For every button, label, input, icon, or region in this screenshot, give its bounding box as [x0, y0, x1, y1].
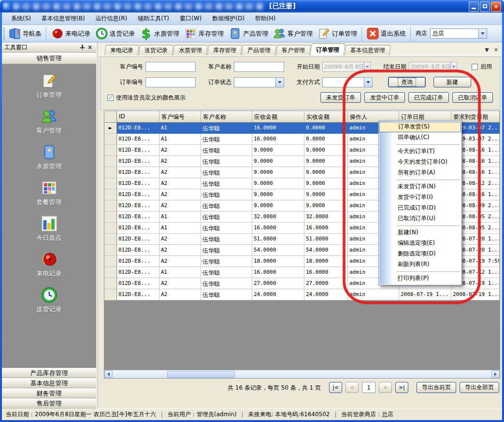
scrollbar-thumb[interactable] — [167, 371, 235, 378]
toolbar-button-call-record[interactable]: 来电记录 — [48, 26, 93, 42]
context-menu-item[interactable]: 新建(N) — [379, 227, 461, 238]
sidebar-close-icon[interactable]: × — [86, 43, 94, 51]
sidebar-group-财务管理[interactable]: 财务管理 — [2, 388, 96, 398]
context-menu-item[interactable]: 所有的订单(A) — [379, 168, 461, 178]
tab-close-icon[interactable]: ✕ — [494, 47, 498, 53]
toolbar-button-customer[interactable]: 客户管理 — [271, 26, 315, 42]
tab-scroll-down-icon[interactable]: ▼ — [485, 47, 489, 53]
row-selector[interactable]: ► — [104, 123, 117, 134]
export-current-page-button[interactable]: 导出当前页 — [417, 382, 456, 393]
menubar-item-4[interactable]: 窗口(W) — [174, 13, 207, 25]
context-menu-item[interactable]: 今天的发货订单(O) — [379, 157, 461, 168]
sidebar-item-来电记录[interactable]: 来电记录 — [37, 251, 62, 278]
row-selector[interactable] — [104, 234, 117, 245]
start-date-picker[interactable]: 2009年 6月 8日 — [322, 62, 371, 72]
toolbar-button-water-ticket[interactable]: $水票管理 — [137, 26, 182, 42]
toolbar-button-order[interactable]: 订单管理 — [315, 26, 360, 42]
sidebar-item-客户管理[interactable]: 客户管理 — [37, 108, 62, 135]
tab-客户管理[interactable]: 客户管理 — [276, 45, 311, 55]
sidebar-item-套餐管理[interactable]: 套餐管理 — [37, 179, 62, 207]
menubar-item-2[interactable]: 运行信息(R) — [90, 13, 133, 25]
tab-基本信息管理[interactable]: 基本信息管理 — [345, 45, 391, 55]
context-menu-item[interactable]: 编辑选定项(E) — [379, 238, 461, 249]
export-all-pages-button[interactable]: 导出全部页 — [460, 382, 499, 393]
row-selector[interactable] — [104, 178, 117, 189]
context-menu-item[interactable]: 今天的订单(T) — [379, 146, 461, 157]
tab-产品管理[interactable]: 产品管理 — [242, 45, 276, 55]
next-page-button[interactable]: > — [379, 382, 392, 393]
end-date-picker[interactable]: 2009年 6月 8日 — [409, 62, 457, 72]
menubar-item-1[interactable]: 基本信息管理(B) — [36, 13, 90, 25]
shop-select[interactable]: 总店 — [430, 28, 487, 39]
order-code-input[interactable] — [145, 77, 196, 87]
row-selector[interactable] — [104, 134, 117, 145]
column-header-ID[interactable]: ID — [117, 111, 159, 123]
column-header-客户名称[interactable]: 客户名称 — [201, 111, 252, 123]
menubar-item-0[interactable]: 系统(S) — [6, 13, 36, 25]
context-menu-item[interactable]: 发货中订单(I) — [379, 192, 461, 203]
row-selector[interactable] — [104, 189, 117, 200]
order-status-select[interactable] — [234, 77, 284, 87]
scroll-right-icon[interactable] — [491, 370, 500, 378]
scroll-left-icon[interactable] — [104, 370, 113, 378]
sidebar-group-基本信息管理[interactable]: 基本信息管理 — [2, 378, 96, 388]
status-filter-button-发货中订单[interactable]: 发货中订单 — [364, 92, 405, 103]
chevron-down-icon[interactable] — [275, 78, 284, 87]
tab-订单管理[interactable]: 订单管理 — [310, 43, 346, 56]
column-header-实收金额[interactable]: 实收金额 — [304, 111, 348, 123]
toolbar-grip[interactable] — [3, 28, 5, 40]
tab-来电记录[interactable]: 来电记录 — [104, 45, 139, 55]
context-menu-item[interactable]: 订单发货(S) — [379, 122, 461, 132]
row-selector[interactable] — [104, 267, 117, 278]
tab-送货记录[interactable]: 送货记录 — [139, 45, 173, 55]
context-menu-item[interactable]: 已取消订单(U) — [379, 213, 461, 224]
status-filter-button-未发货订单[interactable]: 未发货订单 — [320, 92, 361, 103]
row-selector[interactable] — [104, 167, 117, 178]
sidebar-group-产品库存管理[interactable]: 产品库存管理 — [2, 368, 96, 378]
new-button[interactable]: 新建 — [433, 77, 471, 87]
sidebar-item-今日盘点[interactable]: 今日盘点 — [37, 215, 62, 242]
row-selector[interactable] — [104, 278, 117, 289]
table-row[interactable]: 012D-E8...A2伍华聪24.000024.0000admin2008-0… — [104, 289, 500, 300]
row-selector[interactable] — [104, 289, 117, 300]
menubar-item-3[interactable]: 辅助工具(T) — [132, 13, 174, 25]
page-number-input[interactable]: 1 — [362, 382, 375, 393]
context-menu-item[interactable]: 未发货订单(N) — [379, 182, 461, 192]
customer-name-input[interactable] — [234, 62, 284, 72]
first-page-button[interactable]: |< — [329, 382, 342, 393]
context-menu-item[interactable]: 回单确认(C) — [379, 132, 461, 143]
query-button[interactable]: 查询 — [388, 77, 426, 87]
color-checkbox[interactable]: ✓ — [107, 95, 114, 101]
tab-库存管理[interactable]: 库存管理 — [207, 45, 242, 55]
horizontal-scrollbar[interactable] — [104, 370, 500, 378]
row-selector[interactable] — [104, 200, 117, 211]
status-filter-button-已完成订单[interactable]: 已完成订单 — [408, 92, 449, 103]
pay-method-select[interactable] — [322, 77, 373, 87]
row-selector[interactable] — [104, 156, 117, 167]
toolbar-button-product[interactable]: 产品管理 — [226, 26, 271, 42]
menubar-item-5[interactable]: 数据维护(D) — [207, 13, 250, 25]
column-header-应收金额[interactable]: 应收金额 — [252, 111, 304, 123]
toolbar-button-navigator[interactable]: 导航条 — [6, 26, 44, 42]
customer-code-input[interactable] — [145, 62, 196, 72]
last-page-button[interactable]: >| — [395, 382, 408, 393]
toolbar-button-delivery-record[interactable]: 送货记录 — [93, 26, 137, 42]
menubar-item-6[interactable]: 帮助(H) — [250, 13, 281, 25]
chevron-down-icon[interactable] — [364, 78, 372, 87]
sidebar-item-送货记录[interactable]: 送货记录 — [37, 286, 62, 314]
pin-icon[interactable] — [78, 43, 86, 51]
column-header-客户编号[interactable]: 客户编号 — [159, 111, 201, 123]
row-selector[interactable] — [104, 256, 117, 267]
row-selector[interactable] — [104, 211, 117, 223]
enable-checkbox[interactable] — [472, 64, 478, 70]
chevron-down-icon[interactable] — [478, 29, 487, 38]
sidebar-item-水票管理[interactable]: 水票管理 — [37, 143, 62, 171]
context-menu-item[interactable]: 刷新列表(R) — [379, 259, 461, 270]
context-menu-item[interactable]: 删除选定项(D) — [379, 249, 461, 259]
row-selector[interactable] — [104, 245, 117, 256]
tab-水票管理[interactable]: 水票管理 — [173, 45, 208, 55]
toolbar-button-exit[interactable]: 退出系统 — [364, 26, 408, 42]
close-button[interactable]: × — [491, 1, 501, 12]
toolbar-button-inventory[interactable]: 库存管理 — [182, 26, 226, 42]
minimize-button[interactable] — [469, 1, 479, 12]
